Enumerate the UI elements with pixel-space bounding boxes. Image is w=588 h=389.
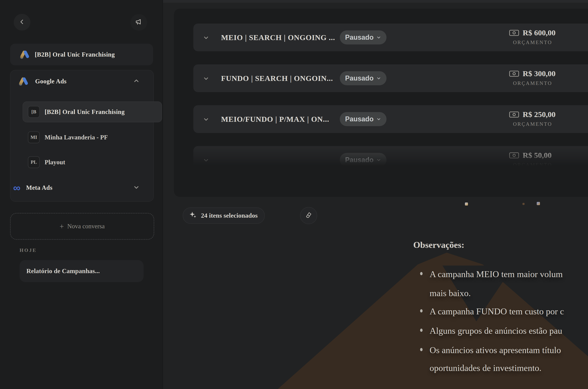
observation-line: A campanha MEIO tem maior volum — [430, 269, 563, 279]
megaphone-icon — [135, 18, 143, 27]
bullet-dot — [420, 348, 423, 351]
new-conversation-button[interactable]: + Nova conversa — [10, 213, 154, 240]
sidebar-account-minha-lavanderia[interactable]: MI Minha Lavanderia - PF — [23, 127, 162, 148]
bullet-dot — [420, 309, 423, 312]
platform-label: Meta Ads — [26, 184, 53, 191]
observation-line: mais baixo. — [430, 288, 471, 298]
account-switcher-label: [B2B] Oral Unic Franchising — [35, 51, 115, 58]
google-ads-logo-icon — [20, 50, 30, 59]
sidebar: [B2B] Oral Unic Franchising Google Ads [… — [0, 0, 163, 389]
google-ads-logo-icon — [19, 77, 28, 86]
bullet-dot — [420, 272, 423, 275]
history-item-label: Relatório de Campanhas... — [26, 267, 100, 275]
chevron-left-icon — [19, 19, 25, 26]
observation-line: A campanha FUNDO tem custo por c — [430, 306, 564, 317]
history-item-relatorio[interactable]: Relatório de Campanhas... — [20, 260, 144, 282]
observation-line: oportunidades de investimento. — [430, 363, 541, 373]
history-section-label: HOJE — [20, 248, 37, 253]
account-initials-badge: PL — [28, 156, 40, 168]
platform-label: Google Ads — [35, 78, 66, 85]
platform-google-ads[interactable]: Google Ads — [10, 72, 154, 90]
account-switcher[interactable]: [B2B] Oral Unic Franchising — [10, 44, 153, 65]
platform-meta-ads[interactable]: ∞ Meta Ads — [10, 179, 154, 196]
chevron-down-icon — [133, 184, 140, 192]
account-label: [B2B] Oral Unic Franchising — [45, 108, 124, 116]
account-initials-badge: [B — [28, 106, 40, 118]
account-label: Minha Lavanderia - PF — [45, 134, 108, 141]
megaphone-button[interactable] — [130, 14, 147, 31]
account-initials-badge: MI — [28, 131, 40, 143]
observation-line: Os anúncios ativos apresentam título — [430, 345, 561, 355]
observations-title: Observações: — [413, 240, 464, 250]
chevron-up-icon — [133, 77, 140, 85]
back-button[interactable] — [14, 14, 31, 31]
account-label: Playout — [45, 159, 65, 166]
meta-logo-icon: ∞ — [13, 183, 21, 193]
sidebar-account-b2b-oral-unic[interactable]: [B [B2B] Oral Unic Franchising — [23, 101, 162, 122]
sidebar-account-playout[interactable]: PL Playout — [23, 152, 162, 173]
platforms-panel: Google Ads [B [B2B] Oral Unic Franchisin… — [10, 70, 154, 202]
bullet-dot — [420, 329, 423, 332]
new-conversation-label: Nova conversa — [67, 223, 105, 230]
observation-line: Alguns grupos de anúncios estão pau — [430, 325, 562, 336]
main-area: MEIO | SEARCH | ONGOING ... Pausado R$ 6… — [163, 0, 588, 389]
plus-icon: + — [60, 223, 64, 230]
